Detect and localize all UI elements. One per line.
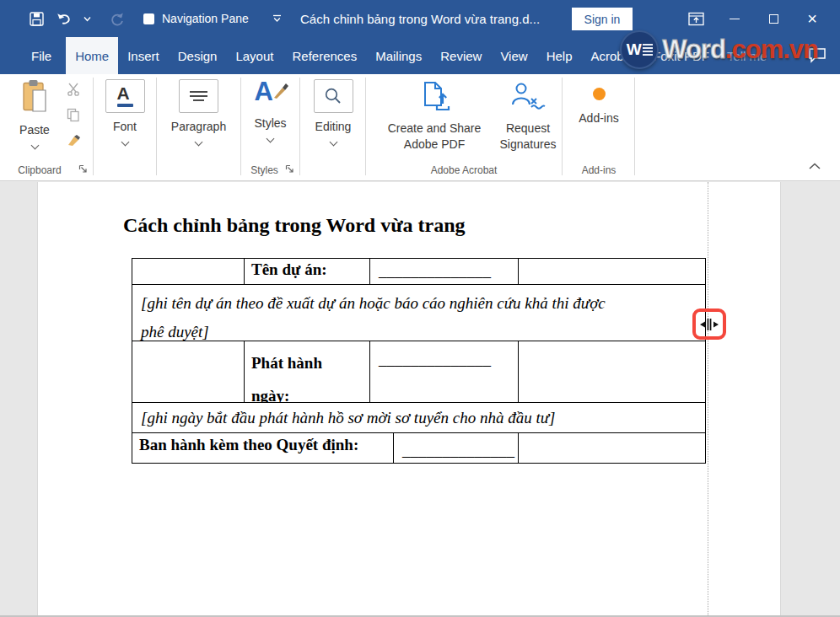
request-signatures-button[interactable]: Request Signatures	[496, 74, 560, 153]
table-cell-project-name-label[interactable]: Tên dự án:	[245, 259, 370, 284]
quick-access-toolbar: Navigation Pane	[24, 6, 288, 31]
styles-dialog-launcher-icon[interactable]	[284, 162, 294, 177]
window-controls: ×	[676, 0, 832, 37]
table-cell-empty[interactable]	[519, 341, 705, 402]
redo-icon	[104, 6, 131, 31]
request-signatures-label: Request Signatures	[496, 121, 560, 153]
tab-file[interactable]: File	[17, 37, 66, 74]
clipboard-dialog-launcher-icon[interactable]	[78, 162, 88, 177]
table-cell-blank[interactable]: ______________	[370, 259, 519, 284]
column-resize-cursor-icon[interactable]	[699, 318, 719, 331]
blank-line: ______________	[379, 262, 491, 280]
resize-cursor-highlight	[692, 308, 726, 340]
checkbox-box-icon	[143, 13, 154, 24]
text-boundary-guide	[708, 182, 708, 617]
paragraph-group-button[interactable]: Paragraph	[159, 74, 239, 180]
font-icon: A	[105, 79, 145, 113]
customize-quick-access-icon[interactable]	[267, 6, 288, 31]
paragraph-chevron-icon	[195, 138, 203, 147]
editing-label: Editing	[302, 120, 364, 133]
maximize-icon	[769, 14, 778, 24]
tab-design[interactable]: Design	[169, 37, 227, 74]
editing-group-button[interactable]: Editing	[302, 74, 364, 180]
font-chevron-icon	[121, 138, 129, 147]
table-cell-date-note[interactable]: [ghi ngày bắt đầu phát hành hồ sơ mời sơ…	[132, 403, 705, 432]
addins-group-label: Add-ins	[564, 164, 633, 176]
editing-search-icon	[314, 79, 353, 113]
table-cell-blank[interactable]: ______________	[370, 341, 519, 402]
document-heading[interactable]: Cách chỉnh bảng trong Word vừa trang	[123, 214, 466, 237]
document-page[interactable]: Cách chỉnh bảng trong Word vừa trang Tên…	[37, 182, 781, 617]
cut-icon	[67, 83, 80, 99]
tab-layout[interactable]: Layout	[226, 37, 283, 74]
tab-foxit-pdf[interactable]: Foxit PDF	[643, 37, 719, 74]
collapse-ribbon-icon[interactable]	[808, 158, 821, 174]
table-row: Phát hành ngày: ______________	[132, 341, 705, 403]
clipboard-group-label: Clipboard	[3, 164, 76, 176]
tab-references[interactable]: References	[283, 37, 366, 74]
tab-insert[interactable]: Insert	[118, 37, 169, 74]
styles-group-label: Styles	[243, 164, 286, 176]
table-cell-empty[interactable]	[519, 259, 705, 284]
table-cell-empty[interactable]	[519, 433, 705, 463]
addins-label: Add-ins	[564, 111, 633, 125]
styles-group-button[interactable]: A Styles Styles	[243, 74, 298, 180]
table-cell-issue-date-label[interactable]: Phát hành ngày:	[245, 341, 370, 402]
save-icon[interactable]	[24, 6, 50, 31]
table-cell-project-note[interactable]: [ghi tên dự án theo đề xuất dự án hoặc b…	[132, 285, 705, 341]
undo-dropdown-icon[interactable]	[78, 6, 97, 31]
table-cell-decision-label[interactable]: Ban hành kèm theo Quyết định:	[132, 433, 394, 463]
tell-me-box[interactable]: Tell me	[719, 37, 776, 74]
paste-chevron-icon	[30, 142, 39, 150]
adobe-acrobat-group: Create and Share Adobe PDF Request Signa…	[368, 74, 560, 180]
close-icon: ×	[807, 10, 817, 27]
paragraph-label: Paragraph	[159, 120, 239, 133]
ribbon-display-options-icon[interactable]	[676, 0, 715, 37]
tab-review[interactable]: Review	[431, 37, 491, 74]
document-table: Tên dự án: ______________ [ghi tên dự án…	[132, 258, 706, 464]
undo-icon[interactable]	[50, 6, 78, 31]
styles-icon: A	[253, 76, 288, 110]
maximize-button[interactable]	[754, 0, 793, 37]
sign-in-button[interactable]: Sign in	[572, 8, 633, 30]
comments-icon[interactable]	[808, 47, 827, 67]
font-label: Font	[95, 120, 154, 133]
editing-chevron-icon	[329, 138, 337, 147]
paste-label: Paste	[10, 123, 59, 137]
create-share-pdf-button[interactable]: Create and Share Adobe PDF	[371, 74, 498, 153]
ribbon: Paste Clipboard A Font	[0, 74, 840, 181]
navigation-pane-checkbox[interactable]: Navigation Pane	[137, 6, 255, 31]
document-area: Cách chỉnh bảng trong Word vừa trang Tên…	[0, 182, 840, 617]
navigation-pane-label: Navigation Pane	[162, 12, 249, 25]
minimize-icon	[730, 19, 740, 19]
ribbon-tab-bar: File Home Insert Design Layout Reference…	[0, 37, 840, 74]
addins-icon	[593, 88, 606, 100]
table-cell-blank[interactable]: ______________	[394, 433, 519, 463]
tab-mailings[interactable]: Mailings	[366, 37, 431, 74]
table-row: [ghi ngày bắt đầu phát hành hồ sơ mời sơ…	[132, 403, 705, 433]
styles-label: Styles	[243, 116, 298, 130]
addins-button[interactable]: Add-ins	[564, 88, 633, 125]
addins-group: Add-ins Add-ins	[564, 74, 633, 180]
tab-help[interactable]: Help	[537, 37, 582, 74]
table-row: Ban hành kèm theo Quyết định: __________…	[132, 433, 705, 463]
table-cell-empty[interactable]	[132, 341, 245, 402]
close-button[interactable]: ×	[793, 0, 832, 37]
table-cell-empty[interactable]	[132, 259, 245, 284]
tab-home[interactable]: Home	[66, 37, 118, 74]
create-pdf-icon	[418, 80, 450, 112]
table-row: Tên dự án: ______________	[132, 259, 705, 285]
paste-clipboard-icon	[21, 79, 49, 113]
create-share-pdf-label: Create and Share Adobe PDF	[371, 121, 498, 153]
paste-button[interactable]: Paste	[10, 79, 59, 148]
styles-chevron-icon	[267, 135, 275, 143]
paragraph-icon	[179, 79, 218, 113]
tab-acrobat[interactable]: Acrobat	[582, 37, 644, 74]
table-row: [ghi tên dự án theo đề xuất dự án hoặc b…	[132, 285, 705, 341]
font-group-button[interactable]: A Font	[95, 74, 154, 180]
clipboard-side-icons	[61, 83, 86, 151]
tab-view[interactable]: View	[491, 37, 536, 74]
adobe-acrobat-group-label: Adobe Acrobat	[368, 164, 560, 176]
format-painter-icon[interactable]	[67, 134, 81, 151]
minimize-button[interactable]	[715, 0, 754, 37]
